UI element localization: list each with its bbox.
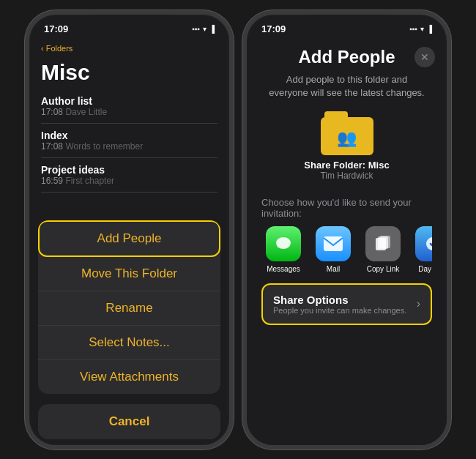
back-button[interactable]: ‹ Folders [41, 44, 217, 53]
dayone-label: Day One [418, 265, 432, 273]
context-menu: Add People Move This Folder Rename Selec… [38, 220, 220, 394]
svg-rect-1 [324, 236, 343, 251]
share-options-button[interactable]: Share Options People you invite can make… [261, 283, 432, 325]
status-icons-1: ▪▪▪ ▾ ▐ [192, 25, 215, 33]
note-meta-3: 16:59 First chapter [41, 176, 217, 186]
note-preview-3: First chapter [65, 176, 114, 186]
share-app-copylink[interactable]: Copy Link [364, 226, 402, 273]
note-time-2: 17:08 [41, 141, 63, 152]
menu-add-people[interactable]: Add People [38, 220, 220, 257]
notch-2 [307, 15, 387, 31]
time-1: 17:09 [44, 23, 68, 34]
battery-icon: ▐ [209, 25, 215, 33]
share-options-title: Share Options [273, 294, 406, 306]
share-options-arrow-icon: › [417, 297, 420, 310]
folder-share-label: Share Folder: Misc [304, 160, 389, 171]
svg-rect-4 [378, 236, 388, 249]
share-app-dayone[interactable]: Day One [414, 226, 432, 273]
share-row: Messages Mail [261, 226, 432, 273]
note-item-1[interactable]: Author list 17:08 Dave Little [41, 89, 217, 124]
note-preview-2: Words to remember [65, 141, 143, 152]
add-people-desc: Add people to this folder and everyone w… [261, 73, 432, 100]
note-item-3[interactable]: Project ideas 16:59 First chapter [41, 158, 217, 193]
menu-view-attachments[interactable]: View Attachments [38, 360, 220, 394]
add-people-body: Add People Add people to this folder and… [247, 41, 447, 445]
note-title-2: Index [41, 130, 217, 141]
messages-label: Messages [267, 265, 300, 273]
folder-icon: 👥 [321, 111, 373, 155]
note-time-3: 16:59 [41, 176, 63, 186]
battery-icon-2: ▐ [427, 25, 432, 33]
folder-owner-label: Tim Hardwick [320, 171, 373, 181]
share-app-messages[interactable]: Messages [264, 226, 302, 273]
menu-move-folder[interactable]: Move This Folder [38, 257, 220, 291]
signal-icon-2: ▪▪▪ [409, 25, 417, 33]
note-meta-2: 17:08 Words to remember [41, 141, 217, 152]
note-meta-1: 17:08 Dave Little [41, 107, 217, 117]
note-time-1: 17:08 [41, 107, 63, 117]
close-button[interactable]: ✕ [414, 47, 435, 67]
dayone-icon [415, 226, 432, 261]
cancel-button[interactable]: Cancel [38, 404, 220, 439]
mail-icon [316, 226, 351, 261]
nav-bar: ‹ Folders [29, 41, 229, 59]
svg-point-0 [276, 237, 291, 249]
folder-people-icon: 👥 [337, 129, 357, 148]
back-chevron-icon: ‹ [41, 44, 44, 53]
copylink-label: Copy Link [367, 265, 399, 273]
time-2: 17:09 [261, 23, 286, 34]
share-app-mail[interactable]: Mail [314, 226, 352, 273]
folder-icon-wrap: 👥 Share Folder: Misc Tim Hardwick [304, 111, 389, 181]
folder-body: 👥 [321, 117, 373, 155]
share-options-subtitle: People you invite can make changes. [273, 306, 406, 315]
menu-select-notes[interactable]: Select Notes... [38, 326, 220, 360]
phone1-content: ‹ Folders Misc Author list 17:08 Dave Li… [29, 41, 229, 445]
wifi-icon: ▾ [203, 25, 207, 33]
phone-2: 17:09 ▪▪▪ ▾ ▐ ✕ Add People Add people to… [242, 10, 451, 449]
note-item-2[interactable]: Index 17:08 Words to remember [41, 124, 217, 158]
share-options-left: Share Options People you invite can make… [273, 294, 406, 315]
phone-1: 17:09 ▪▪▪ ▾ ▐ ‹ Folders Misc Author list… [25, 10, 234, 449]
note-preview-1: Dave Little [65, 107, 107, 117]
add-people-title: Add People [298, 47, 395, 67]
folder-title: Misc [29, 59, 229, 89]
invite-label: Choose how you'd like to send your invit… [261, 197, 432, 219]
note-title-1: Author list [41, 95, 217, 107]
menu-rename[interactable]: Rename [38, 291, 220, 326]
back-label: Folders [46, 44, 73, 53]
signal-icon: ▪▪▪ [192, 25, 200, 33]
copylink-icon [365, 226, 401, 261]
notch-1 [89, 15, 170, 31]
mail-label: Mail [327, 265, 340, 273]
wifi-icon-2: ▾ [420, 25, 424, 33]
note-title-3: Project ideas [41, 164, 217, 176]
status-icons-2: ▪▪▪ ▾ ▐ [409, 25, 432, 33]
phone2-content: Add People Add people to this folder and… [247, 41, 447, 445]
messages-icon [266, 226, 301, 261]
notes-list: Author list 17:08 Dave Little Index 17:0… [29, 89, 229, 214]
